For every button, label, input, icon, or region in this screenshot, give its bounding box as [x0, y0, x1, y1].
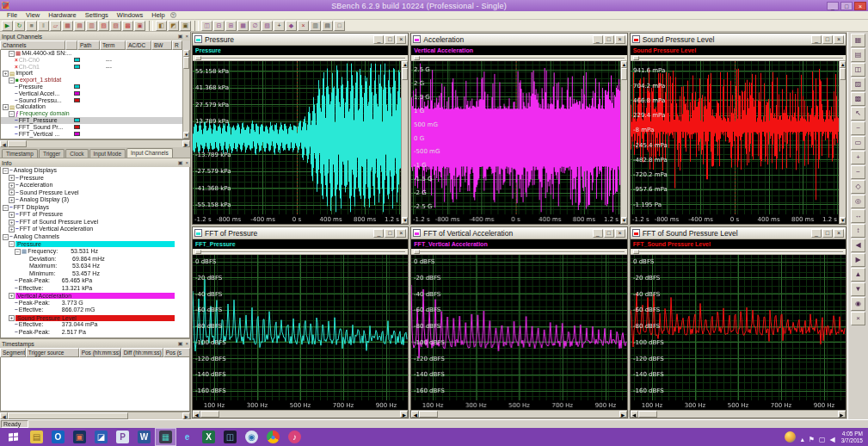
- maximize-button[interactable]: □: [840, 2, 853, 10]
- tree-row[interactable]: ×Ch-Ch1---: [1, 64, 182, 71]
- tree-row[interactable]: +~Acceleration: [1, 182, 189, 189]
- tree-row[interactable]: −▦Frequency:53.531 Hz: [1, 248, 189, 256]
- expander-icon[interactable]: −: [9, 241, 15, 247]
- export-red-icon[interactable]: ▨: [851, 77, 865, 91]
- close-button[interactable]: ×: [396, 229, 406, 238]
- tree-row[interactable]: ~FFT_Vertical ...: [1, 131, 182, 138]
- channel-color-bar[interactable]: Sound Pressure Level: [15, 315, 175, 321]
- tree-row[interactable]: ~Peak-Peak:2.517 Pa: [1, 329, 189, 337]
- tree-row[interactable]: −~Analog Displays: [1, 167, 189, 175]
- close-icon[interactable]: ×: [185, 33, 188, 40]
- tile-rows-button[interactable]: ▤: [322, 21, 333, 31]
- channel-color-bar[interactable]: Vertical Acceleration: [15, 293, 175, 299]
- scrollbar-thumb[interactable]: [402, 68, 408, 80]
- close-icon[interactable]: ×: [185, 340, 188, 347]
- tree-row[interactable]: +Vertical Acceleration: [1, 292, 189, 300]
- scroll-left-icon[interactable]: ◀: [631, 411, 638, 418]
- minimize-button[interactable]: _: [593, 229, 603, 238]
- color-swatch[interactable]: [74, 132, 80, 136]
- tree-row[interactable]: +▤Import: [1, 70, 182, 77]
- maximize-button[interactable]: □: [385, 35, 395, 44]
- menu-windows[interactable]: Windows: [113, 11, 147, 19]
- close-button[interactable]: ×: [396, 35, 406, 44]
- center-icon[interactable]: ◎: [851, 195, 865, 208]
- new-histogram-display-button[interactable]: ▩: [122, 21, 133, 31]
- new-spectrum-display-button[interactable]: ▨: [110, 21, 121, 31]
- cursor-icon[interactable]: ↖: [851, 107, 865, 121]
- tree-row[interactable]: ~Vertical Accel...: [1, 90, 182, 97]
- column-header-pos-s[interactable]: Pos (s: [163, 348, 190, 357]
- window-titlebar[interactable]: FFT of Pressure_□×: [193, 227, 408, 239]
- tree-row[interactable]: ~Peak-Peak:65.465 kPa: [1, 277, 189, 285]
- tree-row[interactable]: −■export_1.sbtdat: [1, 77, 182, 84]
- tree-row[interactable]: Minimum:53.457 Hz: [1, 270, 189, 278]
- scroll-left-icon[interactable]: ◀: [851, 238, 865, 252]
- slider-thumb[interactable]: [414, 56, 420, 60]
- scroll-down-icon[interactable]: ▼: [840, 217, 846, 224]
- settings-display-button[interactable]: ▧: [262, 21, 273, 31]
- position-slider[interactable]: [193, 55, 408, 61]
- close-button[interactable]: ×: [615, 35, 625, 44]
- channels-view-icon[interactable]: ▩: [851, 92, 865, 106]
- expander-icon[interactable]: −: [9, 51, 15, 57]
- tree-row[interactable]: −ƒFrequency domain: [1, 110, 182, 117]
- new-digital-display-button[interactable]: ▤: [74, 21, 85, 31]
- pin-icon[interactable]: ▣: [178, 340, 183, 347]
- color-swatch[interactable]: [74, 84, 80, 89]
- window-titlebar[interactable]: FFT of Vertical Acceleration_□×: [411, 227, 626, 239]
- chart-canvas-acceleration[interactable]: [411, 61, 619, 224]
- tree-row[interactable]: +~FFT of Pressure: [1, 211, 189, 219]
- scroll-up-icon[interactable]: ▲: [183, 50, 189, 57]
- expander-icon[interactable]: +: [9, 175, 15, 181]
- pin-icon[interactable]: ▣: [178, 159, 183, 166]
- scrollbar-thumb[interactable]: [419, 411, 438, 418]
- tree-row[interactable]: ×Ch-Ch0---: [1, 57, 182, 64]
- tab-input-channels[interactable]: Input Channels: [126, 148, 173, 158]
- grid-settings-icon[interactable]: ▦: [851, 34, 865, 47]
- new-fft-display-button[interactable]: ▧: [98, 21, 109, 31]
- new-xy-display-button[interactable]: ▥: [86, 21, 97, 31]
- window-titlebar[interactable]: Pressure_□×: [193, 34, 408, 46]
- tree-row[interactable]: +Sound Pressure Level: [1, 314, 189, 322]
- color-swatch[interactable]: [74, 91, 80, 96]
- expander-icon[interactable]: −: [15, 249, 21, 255]
- tree-row[interactable]: −~FFT Displays: [1, 204, 189, 212]
- scroll-left-icon[interactable]: ◀: [411, 411, 419, 418]
- taskbar-file-explorer[interactable]: ▤: [26, 428, 47, 446]
- position-slider[interactable]: [411, 55, 626, 61]
- tree-row[interactable]: ~Pressure: [1, 84, 182, 90]
- scroll-up-icon[interactable]: ▲: [840, 61, 846, 68]
- expander-icon[interactable]: −: [9, 77, 15, 84]
- expander-icon[interactable]: +: [3, 104, 9, 110]
- scroll-down-icon[interactable]: ▼: [621, 217, 627, 224]
- flag-icon[interactable]: ⚑: [809, 436, 815, 443]
- erase-button[interactable]: ∅: [249, 21, 261, 31]
- shift-down-icon[interactable]: ▼: [851, 282, 865, 296]
- menu-hardware[interactable]: Hardware: [44, 11, 81, 19]
- column-header-path[interactable]: Path: [77, 40, 100, 50]
- scroll-right-icon[interactable]: ▶: [851, 253, 865, 267]
- column-header-bw[interactable]: BW: [151, 40, 172, 50]
- minimize-button[interactable]: _: [593, 35, 603, 44]
- taskbar-sbench[interactable]: ▦: [155, 428, 176, 446]
- maximize-button[interactable]: □: [385, 229, 395, 238]
- pan-icon[interactable]: ◇: [851, 180, 865, 194]
- channels-vscrollbar[interactable]: ▲ ▼: [182, 50, 189, 139]
- maximize-view-button[interactable]: □: [334, 21, 345, 31]
- taskbar-photos[interactable]: ▣: [69, 428, 90, 446]
- close-icon[interactable]: ×: [185, 159, 188, 166]
- pause-acquisition-button[interactable]: ‖: [38, 21, 49, 31]
- expander-icon[interactable]: +: [9, 183, 15, 189]
- slider-thumb[interactable]: [633, 250, 639, 254]
- expander-icon[interactable]: −: [9, 111, 15, 117]
- scroll-up-icon[interactable]: ▲: [621, 61, 627, 68]
- report-icon[interactable]: ◫: [851, 63, 865, 77]
- window-titlebar[interactable]: Sound Pressure Level_□×: [631, 34, 846, 46]
- shift-up-icon[interactable]: ▲: [851, 268, 865, 282]
- signal-icon[interactable]: ~: [851, 121, 865, 135]
- window-titlebar[interactable]: Acceleration_□×: [411, 34, 626, 46]
- scroll-down-icon[interactable]: ▼: [183, 132, 189, 139]
- expander-icon[interactable]: +: [9, 315, 15, 321]
- tab-clock[interactable]: Clock: [65, 149, 88, 158]
- chart-hscrollbar[interactable]: ◀▶: [631, 410, 846, 418]
